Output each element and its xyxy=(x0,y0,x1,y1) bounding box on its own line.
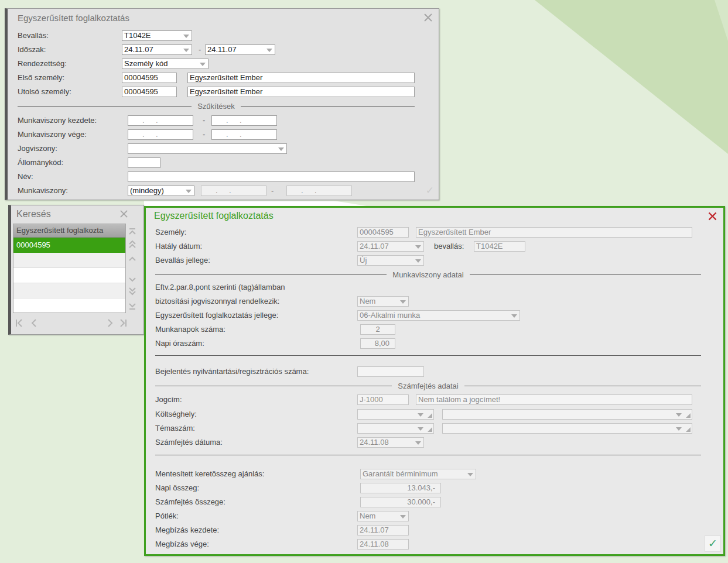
confirm-check-button[interactable]: ✓ xyxy=(705,535,721,552)
bevallas-select[interactable]: T1042E xyxy=(122,30,192,41)
elso-szemely-label: Első személy: xyxy=(18,73,64,83)
close-icon[interactable] xyxy=(423,13,433,22)
bevallas-jellege-label: Bevallás jellege: xyxy=(155,255,210,266)
chevron-down-icon xyxy=(415,259,421,263)
temaszam-name-select[interactable] xyxy=(442,423,692,434)
idoszak-label: Időszak: xyxy=(18,44,46,55)
chevron-down-icon xyxy=(278,147,284,151)
last-page-button[interactable] xyxy=(118,318,128,328)
elso-szemely-name-input[interactable]: Egyszerűsített Ember xyxy=(187,73,415,83)
corner-handle-icon xyxy=(686,427,691,432)
chevron-down-icon xyxy=(200,63,206,66)
list-item[interactable] xyxy=(13,253,125,268)
scroll-to-top-button[interactable] xyxy=(128,227,137,236)
previous-page-button[interactable] xyxy=(29,318,39,328)
list-item-selected[interactable]: 00004595 xyxy=(13,238,125,253)
napi-oraszam-label: Napi óraszám: xyxy=(155,338,204,349)
hataly-datum-select[interactable]: 24.11.07 xyxy=(357,241,424,252)
mv-kezdete-to-input[interactable]: . . xyxy=(211,115,277,126)
search-results-list: Egyszerűsített foglalkozta 00004595 xyxy=(13,224,126,313)
jogcim-desc-field: Nem találom a jogcímet! xyxy=(416,394,692,405)
munkaviszony-from-input[interactable]: . . xyxy=(201,186,266,196)
eftv-select[interactable]: Nem xyxy=(357,296,409,307)
mentesitett-select[interactable]: Garantált bérminimum xyxy=(360,469,476,479)
mv-vege-from-input[interactable]: . . xyxy=(128,129,193,140)
elso-szemely-code-input[interactable]: 00004595 xyxy=(122,73,177,83)
chevron-down-icon xyxy=(183,35,189,38)
range-dash: - xyxy=(199,44,201,55)
list-item[interactable] xyxy=(13,283,125,298)
bevallas-jellege-select[interactable]: Új xyxy=(357,255,424,266)
potlek-label: Pótlék: xyxy=(155,511,179,521)
utolso-szemely-name-input[interactable]: Egyszerűsített Ember xyxy=(187,87,415,97)
szukitesek-separator: Szűkítések xyxy=(18,101,415,111)
rendezettseg-select[interactable]: Személy kód xyxy=(122,59,209,69)
background-diagonal xyxy=(527,0,728,158)
munkaviszony-kezdete-label: Munkaviszony kezdete: xyxy=(18,115,97,126)
bevallas-value: T1042E xyxy=(124,31,151,40)
munkanapok-label: Munkanapok száma: xyxy=(155,324,225,335)
list-item[interactable] xyxy=(13,268,125,283)
bejelentes-field xyxy=(357,366,424,377)
potlek-select[interactable]: Nem xyxy=(357,511,409,521)
jogcim-label: Jogcím: xyxy=(155,394,182,405)
napi-osszeg-field: 13.043,- xyxy=(360,483,441,493)
range-dash: - xyxy=(203,115,205,126)
rendezettseg-label: Rendezettség: xyxy=(18,59,67,69)
apply-check-icon[interactable]: ✓ xyxy=(426,186,434,196)
munkaviszony-adatai-label: Munkaviszony adatai xyxy=(387,270,469,279)
bevallas-inline-label: bevallás: xyxy=(434,241,464,252)
megbizas-vege-field: 24.11.08 xyxy=(357,539,409,550)
scroll-down-button[interactable] xyxy=(128,276,137,283)
mv-vege-to-input[interactable]: . . xyxy=(211,129,277,140)
bevallas-field: T1042E xyxy=(474,241,525,252)
scroll-page-up-button[interactable] xyxy=(128,239,137,249)
first-page-button[interactable] xyxy=(14,318,25,328)
jogviszony-select[interactable] xyxy=(128,143,287,154)
munkaviszony-select[interactable]: (mindegy) xyxy=(128,186,194,196)
munkaviszony-vege-label: Munkaviszony vége: xyxy=(18,129,87,140)
mentesitett-value: Garantált bérminimum xyxy=(363,469,438,478)
chevron-down-icon xyxy=(183,49,189,52)
idoszak-from-select[interactable]: 24.11.07 xyxy=(122,44,192,55)
chevron-down-icon xyxy=(415,441,421,445)
koltseghely-code-select[interactable] xyxy=(357,409,434,420)
corner-handle-icon xyxy=(428,427,432,432)
allomanykod-input[interactable] xyxy=(128,157,160,168)
close-icon-red[interactable] xyxy=(708,211,717,221)
szamfejtes-datuma-select[interactable]: 24.11.08 xyxy=(357,437,424,448)
bevallas-label: Bevallás: xyxy=(18,30,49,41)
jogcim-code-field: J-1000 xyxy=(357,394,409,405)
utolso-szemely-code-input[interactable]: 00004595 xyxy=(122,87,177,97)
bevallas-jellege-value: Új xyxy=(360,256,367,265)
eftv-value: Nem xyxy=(360,297,375,305)
chevron-down-icon xyxy=(418,427,423,431)
szamfejtes-adatai-label: Számfejtés adatai xyxy=(392,382,464,390)
eftv-label-line2: biztosítási jogviszonnyal rendelkezik: xyxy=(155,296,279,307)
detail-panel-title: Egyszerűsített foglalkoztatás xyxy=(154,211,274,221)
szemely-label: Személy: xyxy=(155,227,186,238)
chevron-down-icon xyxy=(400,515,406,519)
filter-window: Egyszerűsített foglalkoztatás Bevallás: … xyxy=(5,8,439,200)
scroll-up-button[interactable] xyxy=(128,255,137,262)
results-column-header: Egyszerűsített foglalkozta xyxy=(13,224,125,238)
rendezettseg-value: Személy kód xyxy=(124,59,168,68)
nev-input[interactable] xyxy=(128,171,415,182)
scroll-page-down-button[interactable] xyxy=(128,286,137,296)
close-icon[interactable] xyxy=(119,210,128,218)
list-item[interactable] xyxy=(13,298,125,313)
temaszam-code-select[interactable] xyxy=(357,423,434,434)
munkaviszony-value: (mindegy) xyxy=(130,186,164,195)
scroll-to-bottom-button[interactable] xyxy=(128,302,137,311)
megbizas-kezdete-field: 24.11.07 xyxy=(357,525,409,535)
mv-kezdete-from-input[interactable]: . . xyxy=(128,115,193,126)
munkaviszony-to-input[interactable]: . . xyxy=(286,186,352,196)
idoszak-to-select[interactable]: 24.11.07 xyxy=(205,44,275,55)
koltseghely-name-select[interactable] xyxy=(442,409,692,420)
next-page-button[interactable] xyxy=(105,318,115,328)
szamfejtes-datuma-value: 24.11.08 xyxy=(360,438,389,447)
range-dash: - xyxy=(203,129,205,140)
foglalkoztatas-jellege-select[interactable]: 06-Alkalmi munka xyxy=(357,310,520,321)
szamfejtes-osszege-label: Számfejtés összege: xyxy=(155,497,225,507)
divider xyxy=(155,355,701,356)
